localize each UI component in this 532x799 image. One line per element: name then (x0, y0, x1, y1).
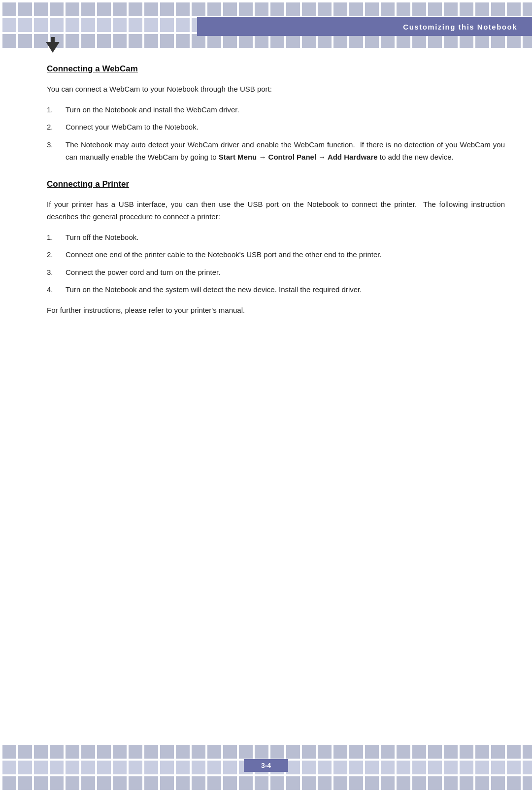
printer-title: Connecting a Printer (47, 179, 505, 189)
printer-list: 1. Turn off the Notebook. 2. Connect one… (47, 231, 505, 296)
webcam-section: Connecting a WebCam You can connect a We… (47, 64, 505, 164)
list-item: 3. The Notebook may auto detect your Web… (47, 138, 505, 164)
page-number: 3-4 (261, 762, 271, 769)
list-text-complex: The Notebook may auto detect your WebCam… (66, 138, 505, 164)
list-text: Connect one end of the printer cable to … (66, 248, 505, 261)
list-number: 2. (47, 121, 66, 133)
header-title: Customizing this Notebook (403, 23, 517, 31)
bottom-section: 3-4 (0, 745, 532, 799)
list-number: 3. (47, 138, 66, 151)
list-item: 2. Connect one end of the printer cable … (47, 248, 505, 261)
svg-rect-1 (51, 37, 55, 43)
list-number: 3. (47, 266, 66, 279)
list-number: 2. (47, 248, 66, 261)
list-item: 4. Turn on the Notebook and the system w… (47, 283, 505, 296)
svg-marker-0 (46, 42, 60, 53)
list-number: 4. (47, 283, 66, 296)
list-item: 1. Turn off the Notebook. (47, 231, 505, 244)
top-section: Customizing this Notebook (0, 0, 532, 64)
list-text: Connect the power cord and turn on the p… (66, 266, 505, 279)
list-text: Turn on the Notebook and install the Web… (66, 103, 505, 116)
bold-start-menu: Start Menu → Control Panel → Add Hardwar… (219, 153, 378, 161)
list-item: 2. Connect your WebCam to the Notebook. (47, 121, 505, 133)
list-text: Connect your WebCam to the Notebook. (66, 121, 505, 133)
webcam-intro: You can connect a WebCam to your Noteboo… (47, 83, 505, 96)
list-item: 3. Connect the power cord and turn on th… (47, 266, 505, 279)
page-number-bar: 3-4 (244, 759, 288, 772)
list-number: 1. (47, 103, 66, 116)
header-bar: Customizing this Notebook (197, 17, 532, 36)
list-item: 1. Turn on the Notebook and install the … (47, 103, 505, 116)
printer-intro: If your printer has a USB interface, you… (47, 198, 505, 223)
main-content: Connecting a WebCam You can connect a We… (47, 64, 505, 324)
list-text: Turn off the Notebook. (66, 231, 505, 244)
webcam-list: 1. Turn on the Notebook and install the … (47, 103, 505, 164)
webcam-title: Connecting a WebCam (47, 64, 505, 74)
printer-section: Connecting a Printer If your printer has… (47, 179, 505, 317)
printer-footer: For further instructions, please refer t… (47, 304, 505, 317)
list-text: Turn on the Notebook and the system will… (66, 283, 505, 296)
arrow-indicator (46, 37, 60, 54)
list-number: 1. (47, 231, 66, 244)
